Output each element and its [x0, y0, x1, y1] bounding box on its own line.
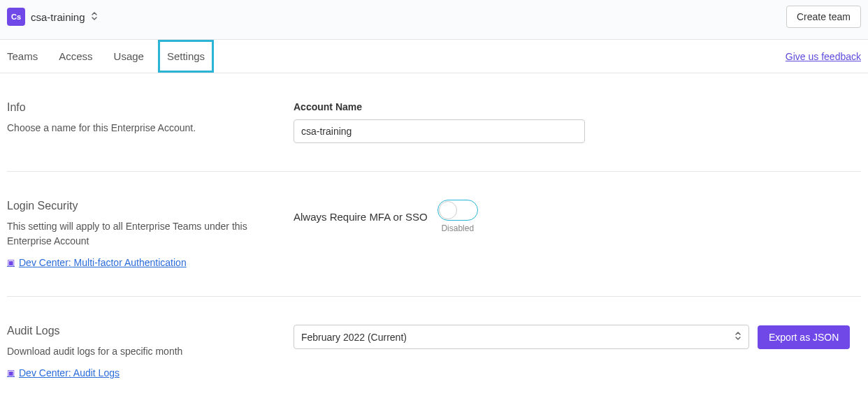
security-desc: This setting will apply to all Enterpris… — [7, 219, 252, 249]
feedback-link[interactable]: Give us feedback — [786, 51, 861, 62]
audit-month-select[interactable]: February 2022 (Current) — [294, 325, 749, 349]
audit-doc-link[interactable]: ▣ Dev Center: Audit Logs — [7, 367, 120, 378]
tab-teams[interactable]: Teams — [7, 40, 38, 73]
account-name-label: Account Name — [294, 101, 861, 112]
chevron-updown-icon — [91, 11, 98, 23]
org-selector[interactable]: Cs csa-training — [7, 8, 98, 26]
header: Cs csa-training Create team — [0, 0, 868, 40]
mfa-doc-link-label: Dev Center: Multi-factor Authentication — [19, 257, 187, 268]
mfa-toggle-status: Disabled — [441, 223, 474, 233]
tab-access[interactable]: Access — [59, 40, 92, 73]
toggle-knob — [439, 201, 457, 219]
audit-month-selected: February 2022 (Current) — [301, 332, 407, 343]
tab-settings[interactable]: Settings — [158, 40, 214, 73]
mfa-toggle-label: Always Require MFA or SSO — [294, 211, 428, 223]
mfa-toggle[interactable] — [437, 200, 478, 221]
content: Info Choose a name for this Enterprise A… — [0, 73, 868, 385]
create-team-button[interactable]: Create team — [786, 6, 861, 28]
account-name-input[interactable] — [294, 119, 585, 143]
mfa-doc-link[interactable]: ▣ Dev Center: Multi-factor Authenticatio… — [7, 257, 187, 268]
section-audit: Audit Logs Download audit logs for a spe… — [7, 325, 861, 378]
section-info: Info Choose a name for this Enterprise A… — [7, 101, 861, 172]
tabs: Teams Access Usage Settings — [7, 40, 214, 73]
info-desc: Choose a name for this Enterprise Accoun… — [7, 121, 252, 135]
audit-doc-link-label: Dev Center: Audit Logs — [19, 367, 120, 378]
tabs-row: Teams Access Usage Settings Give us feed… — [0, 40, 868, 73]
tab-usage[interactable]: Usage — [114, 40, 144, 73]
chevron-updown-icon — [735, 331, 742, 343]
security-title: Login Security — [7, 200, 252, 212]
document-icon: ▣ — [7, 368, 15, 378]
section-security: Login Security This setting will apply t… — [7, 200, 861, 297]
org-badge: Cs — [7, 8, 25, 26]
audit-desc: Download audit logs for a specific month — [7, 344, 252, 359]
document-icon: ▣ — [7, 258, 15, 267]
org-name: csa-training — [31, 11, 85, 23]
export-json-button[interactable]: Export as JSON — [758, 325, 850, 349]
audit-title: Audit Logs — [7, 325, 252, 337]
info-title: Info — [7, 101, 252, 114]
